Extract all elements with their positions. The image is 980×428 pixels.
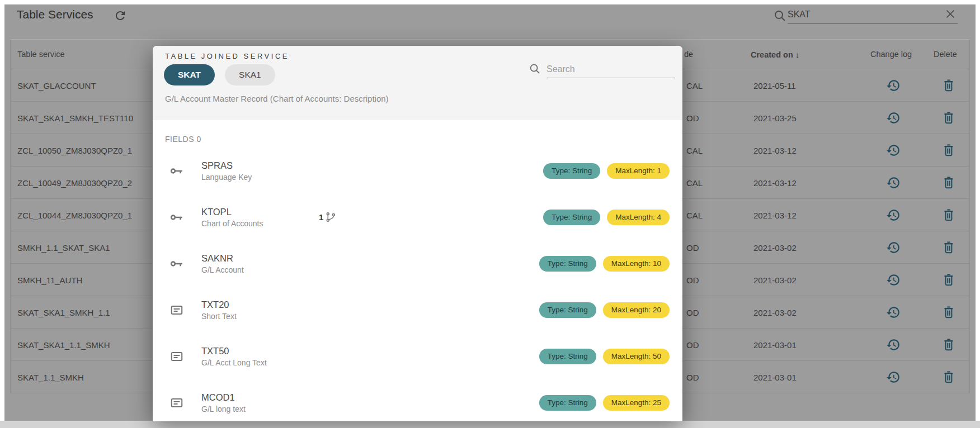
field-row-saknr[interactable]: SAKNR G/L Account Type: String MaxLength… — [153, 240, 682, 287]
mode-partial: OD — [686, 340, 699, 349]
service-name: ZCL_10044_ZM8J030QPZ0_1 — [17, 210, 132, 220]
key-icon — [169, 210, 184, 225]
mode-partial: OD — [686, 307, 699, 317]
delete-button[interactable] — [941, 305, 956, 320]
table-joined-service-dialog: TABLE JOINED SERVICE SKAT SKA1 G/L Accou… — [153, 46, 682, 421]
type-badge: Type: String — [539, 256, 596, 272]
change-log-button[interactable] — [886, 305, 901, 320]
col-header-mode-partial: de — [684, 50, 693, 59]
field-name: SPRAS — [201, 160, 319, 171]
delete-button[interactable] — [941, 337, 956, 352]
mode-partial: CAL — [686, 178, 703, 187]
service-name: ZCL_10049_ZM8J030QPZ0_2 — [17, 178, 132, 187]
key-icon — [169, 256, 184, 271]
refresh-button[interactable] — [114, 9, 128, 23]
change-log-button[interactable] — [886, 78, 901, 93]
created-date: 2021-03-01 — [753, 372, 797, 382]
trash-icon — [941, 337, 956, 352]
delete-button[interactable] — [941, 370, 956, 384]
trash-icon — [941, 111, 956, 125]
mode-partial: CAL — [686, 210, 703, 220]
history-icon — [886, 240, 901, 255]
history-icon — [886, 370, 901, 384]
refresh-icon — [114, 15, 127, 24]
page-bottom-strip — [0, 421, 980, 428]
join-count: 1 — [319, 212, 323, 222]
tab-skat[interactable]: SKAT — [164, 64, 215, 85]
clear-search-icon[interactable] — [944, 8, 957, 20]
change-log-button[interactable] — [886, 208, 901, 222]
delete-button[interactable] — [941, 175, 956, 190]
field-description: Chart of Accounts — [201, 219, 319, 228]
table-search-input[interactable] — [788, 7, 927, 22]
fields-search-input[interactable] — [546, 60, 675, 78]
trash-icon — [941, 305, 956, 320]
git-fork-icon — [325, 211, 337, 223]
field-row-ktopl[interactable]: KTOPL Chart of Accounts 1 Type: String M… — [153, 194, 682, 240]
type-badge: Type: String — [539, 302, 596, 318]
trash-icon — [941, 208, 956, 222]
delete-button[interactable] — [941, 78, 956, 93]
delete-button[interactable] — [941, 143, 956, 158]
change-log-button[interactable] — [886, 111, 901, 125]
change-log-button[interactable] — [886, 370, 901, 384]
tab-ska1[interactable]: SKA1 — [225, 64, 275, 85]
delete-button[interactable] — [941, 208, 956, 222]
delete-button[interactable] — [941, 240, 956, 255]
field-name: KTOPL — [201, 207, 319, 217]
mode-partial: CAL — [686, 80, 703, 90]
key-icon — [169, 164, 184, 178]
field-description: G/L Account — [201, 265, 319, 274]
maxlength-badge: MaxLength: 10 — [603, 256, 670, 272]
field-description: Language Key — [201, 173, 319, 182]
history-icon — [886, 111, 901, 125]
join-indicator: 1 — [319, 211, 337, 223]
trash-icon — [941, 175, 956, 190]
field-description: G/L Acct Long Text — [201, 358, 319, 367]
search-icon — [773, 9, 786, 22]
trash-icon — [941, 240, 956, 255]
change-log-button[interactable] — [886, 240, 901, 255]
table-description: G/L Account Master Record (Chart of Acco… — [165, 94, 389, 103]
trash-icon — [941, 370, 956, 384]
field-row-txt20[interactable]: TXT20 Short Text Type: String MaxLength:… — [153, 287, 682, 333]
page-title: Table Services — [17, 8, 93, 21]
service-name: SKAT_GLACCOUNT — [17, 80, 96, 90]
change-log-button[interactable] — [886, 143, 901, 158]
type-badge: Type: String — [543, 210, 600, 225]
delete-button[interactable] — [941, 273, 956, 287]
field-row-mcod1[interactable]: MCOD1 G/L long text Type: String MaxLeng… — [153, 379, 682, 421]
mode-partial: OD — [686, 242, 699, 252]
trash-icon — [941, 143, 956, 158]
maxlength-badge: MaxLength: 50 — [603, 349, 670, 364]
field-name: TXT50 — [201, 346, 319, 356]
field-name: TXT20 — [201, 299, 319, 310]
col-header-delete: Delete — [934, 50, 957, 59]
dialog-title: TABLE JOINED SERVICE — [165, 52, 289, 60]
created-date: 2021-03-02 — [753, 307, 797, 317]
col-header-table-service: Table service — [17, 50, 65, 59]
fields-list: SPRAS Language Key Type: String MaxLengt… — [153, 148, 682, 421]
change-log-button[interactable] — [886, 175, 901, 190]
sort-descending-icon: ↓ — [795, 50, 800, 59]
change-log-button[interactable] — [886, 273, 901, 287]
history-icon — [886, 273, 901, 287]
created-date: 2021-05-11 — [753, 80, 796, 90]
col-header-created-on[interactable]: Created on ↓ — [751, 50, 799, 59]
service-name: ZCL_10050_ZM8J030QPZ0_1 — [17, 145, 132, 155]
maxlength-badge: MaxLength: 4 — [607, 210, 670, 225]
field-row-txt50[interactable]: TXT50 G/L Acct Long Text Type: String Ma… — [153, 333, 682, 379]
field-description: G/L long text — [201, 405, 319, 413]
field-row-spras[interactable]: SPRAS Language Key Type: String MaxLengt… — [153, 148, 682, 194]
history-icon — [886, 208, 901, 222]
field-name: MCOD1 — [201, 392, 319, 403]
delete-button[interactable] — [941, 111, 956, 125]
short-text-icon — [169, 303, 184, 317]
short-text-icon — [169, 396, 184, 410]
history-icon — [886, 78, 901, 93]
change-log-button[interactable] — [886, 337, 901, 352]
field-description: Short Text — [201, 312, 319, 321]
history-icon — [886, 305, 901, 320]
short-text-icon — [169, 349, 184, 364]
history-icon — [886, 175, 901, 190]
